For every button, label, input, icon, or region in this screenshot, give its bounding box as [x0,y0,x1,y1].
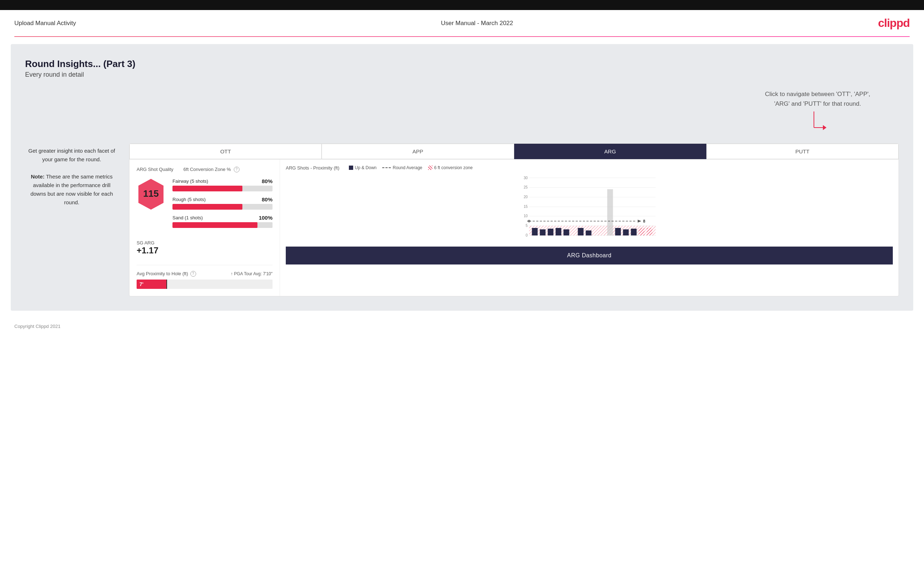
user-manual-date-label: User Manual - March 2022 [441,20,513,27]
fairway-label: Fairway (5 shots) [173,179,208,184]
note-label: Note: [31,174,44,180]
tab-arg[interactable]: ARG [514,144,706,159]
legend-dashed-icon [382,168,391,168]
svg-rect-28 [615,228,621,235]
left-description: Get greater insight into each facet of y… [25,147,118,207]
svg-rect-21 [540,229,546,235]
svg-text:0: 0 [526,233,528,237]
widget-right-panel: ARG Shots - Proximity (ft) Up & Down Rou… [280,160,898,296]
arg-dashboard-button[interactable]: ARG Dashboard [286,247,893,264]
fairway-bar-fill [173,185,242,191]
svg-rect-24 [564,229,569,235]
svg-text:15: 15 [523,205,528,209]
svg-rect-30 [631,229,637,235]
shot-quality-label: ARG Shot Quality [137,167,174,172]
legend-square-icon [349,166,353,170]
tab-putt[interactable]: PUTT [706,144,898,159]
main-content: Round Insights... (Part 3) Every round i… [11,44,913,311]
svg-rect-31 [639,228,645,235]
svg-rect-26 [586,230,591,235]
svg-marker-35 [638,220,641,222]
hexagon: 115 [137,178,165,210]
svg-text:10: 10 [523,214,528,218]
svg-rect-25 [578,228,584,235]
nav-hint-line2: 'ARG' and 'PUTT' for that round. [765,99,870,109]
content-layout: Get greater insight into each facet of y… [25,89,899,297]
legend-6ft-zone: 6 ft conversion zone [428,165,473,170]
nav-arrow-icon [803,111,832,137]
fairway-pct: 80% [262,178,273,184]
proximity-help-icon[interactable]: ? [191,271,196,277]
svg-marker-34 [527,220,531,222]
top-bar [0,0,924,10]
help-icon[interactable]: ? [234,167,239,172]
proximity-bar-track: 7' [137,280,273,289]
upload-manual-activity-label: Upload Manual Activity [15,20,76,27]
hexagon-value: 115 [143,188,158,199]
clippd-logo: clippd [878,16,909,30]
conversion-label: 6ft Conversion Zone % [184,167,231,172]
left-panel: Get greater insight into each facet of y… [25,89,118,207]
proximity-bar-fill: 7' [137,280,166,289]
proximity-section: Avg Proximity to Hole (ft) ? ↑ PGA Tour … [137,265,273,289]
rough-bar-fill [173,204,242,210]
rough-pct: 80% [262,197,273,203]
legend-updown-label: Up & Down [355,165,377,170]
svg-text:20: 20 [523,195,528,199]
right-panel: Click to navigate between 'OTT', 'APP', … [129,89,899,297]
legend-round-avg: Round Average [382,165,422,170]
legend-updown: Up & Down [349,165,377,170]
section-subtitle: Every round in detail [25,71,899,79]
footer: Copyright Clippd 2021 [0,318,924,335]
chart-svg: 30 25 20 15 10 5 0 [286,175,893,247]
svg-rect-23 [556,228,562,235]
proximity-cursor [166,280,167,289]
shot-quality-label-row: ARG Shot Quality 6ft Conversion Zone % ? [137,167,273,172]
widget-body: ARG Shot Quality 6ft Conversion Zone % ? [129,160,898,296]
section-title: Round Insights... (Part 3) [25,58,899,69]
description-pre-note: Get greater insight into each facet of y… [28,148,115,162]
nav-hint-line1: Click to navigate between 'OTT', 'APP', [765,89,870,99]
hexagon-container: 115 [137,178,165,233]
shot-row-rough: Rough (5 shots) 80% [173,197,273,210]
proximity-label: Avg Proximity to Hole (ft) ? [137,271,196,277]
svg-text:30: 30 [523,176,528,180]
rough-label: Rough (5 shots) [173,197,206,202]
tab-app[interactable]: APP [321,144,514,159]
shot-quality-bars: Fairway (5 shots) 80% [173,178,273,233]
sand-bar-track [173,222,273,228]
svg-rect-27 [607,189,613,235]
tab-ott[interactable]: OTT [129,144,321,159]
svg-marker-2 [823,125,827,130]
svg-text:5: 5 [526,224,528,227]
sg-label: SG ARG [137,240,273,245]
widget-left-panel: ARG Shot Quality 6ft Conversion Zone % ? [129,160,280,296]
widget: OTT APP ARG PUTT ARG Shot Quality 6ft Co… [129,143,899,297]
copyright-text: Copyright Clippd 2021 [15,324,61,329]
header-divider [15,36,909,37]
svg-text:25: 25 [523,185,528,189]
svg-text:8: 8 [643,219,645,223]
sand-bar-fill [173,222,257,228]
hint-area: Click to navigate between 'OTT', 'APP', … [129,89,899,140]
sg-area: SG ARG +1.17 [137,240,273,258]
sg-value: +1.17 [137,245,273,256]
proximity-value: 7' [139,281,144,287]
pga-label: ↑ PGA Tour Avg: 7'10" [231,271,273,276]
svg-rect-29 [623,229,629,235]
chart-area: 30 25 20 15 10 5 0 [286,175,893,247]
shot-row-fairway: Fairway (5 shots) 80% [173,178,273,191]
rough-bar-track [173,204,273,210]
nav-hint: Click to navigate between 'OTT', 'APP', … [765,89,870,140]
tabs-container: OTT APP ARG PUTT [129,144,898,160]
svg-rect-22 [548,229,554,235]
chart-header: ARG Shots - Proximity (ft) Up & Down Rou… [286,165,893,171]
legend-hatched-icon [428,166,433,170]
svg-rect-32 [647,228,653,235]
legend-round-avg-label: Round Average [393,165,422,170]
fairway-bar-track [173,185,273,191]
shot-row-sand: Sand (1 shots) 100% [173,215,273,228]
score-area: 115 Fairway (5 shots) 80% [137,178,273,233]
section-header: Round Insights... (Part 3) Every round i… [25,58,899,79]
sand-pct: 100% [259,215,273,221]
